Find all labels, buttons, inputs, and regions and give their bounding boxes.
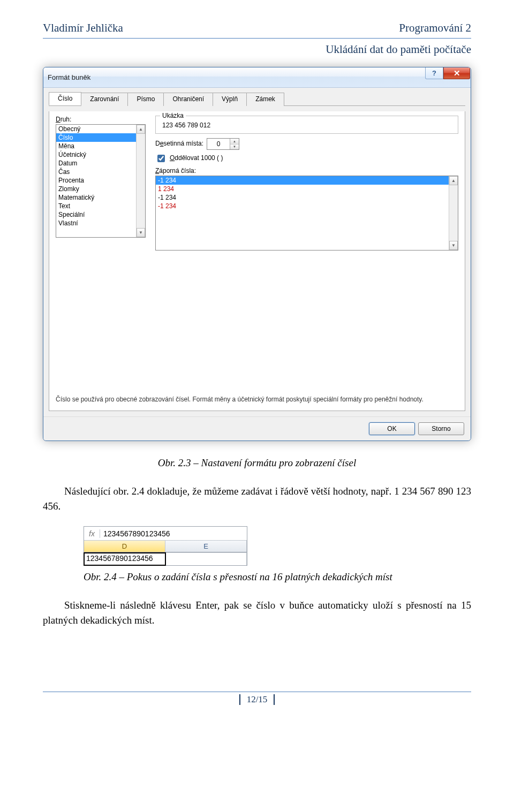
list-item[interactable]: Čas xyxy=(56,168,136,176)
decimals-label: Desetinná místa: xyxy=(155,140,203,147)
help-button[interactable]: ? xyxy=(425,67,443,79)
header-author: Vladimír Jehlička xyxy=(43,21,123,35)
list-item[interactable]: Speciální xyxy=(56,210,136,219)
list-item[interactable]: Obecný xyxy=(56,125,136,133)
list-item[interactable]: -1 234 xyxy=(156,176,449,185)
close-button[interactable]: ✕ xyxy=(443,67,470,79)
scroll-down-icon[interactable]: ▼ xyxy=(449,241,458,250)
column-header-e[interactable]: E xyxy=(165,541,247,552)
list-item[interactable]: Datum xyxy=(56,159,136,168)
cell-e1[interactable] xyxy=(165,553,247,565)
list-item[interactable]: Text xyxy=(56,202,136,210)
sample-value: 123 456 789 012 xyxy=(160,122,453,129)
list-item[interactable]: Číslo xyxy=(56,133,136,142)
column-headers: DE xyxy=(84,541,247,552)
list-item[interactable]: Účetnický xyxy=(56,150,136,159)
sample-legend: Ukázka xyxy=(160,112,186,119)
spin-down-icon[interactable]: ▼ xyxy=(230,145,239,150)
page-number: 12/15 xyxy=(43,694,471,705)
dialog-description: Číslo se používá pro obecné zobrazování … xyxy=(56,395,458,404)
thousands-separator-checkbox[interactable] xyxy=(157,155,165,162)
figure-caption-2-4: Obr. 2.4 – Pokus o zadání čísla s přesno… xyxy=(43,571,471,583)
tab-písmo[interactable]: Písmo xyxy=(127,93,164,106)
scroll-up-icon[interactable]: ▲ xyxy=(137,125,145,134)
list-item[interactable]: Zlomky xyxy=(56,185,136,193)
scroll-down-icon[interactable]: ▼ xyxy=(137,228,145,237)
tab-zarovnání[interactable]: Zarovnání xyxy=(81,93,128,106)
tab-zámek[interactable]: Zámek xyxy=(246,93,284,106)
list-item[interactable]: 1 234 xyxy=(156,185,449,193)
type-label: Druh: xyxy=(56,116,146,123)
list-item[interactable]: Matematický xyxy=(56,193,136,202)
list-item[interactable]: Vlastní xyxy=(56,219,136,227)
figure-caption-2-3: Obr. 2.3 – Nastavení formátu pro zobraze… xyxy=(43,457,471,469)
list-item[interactable]: Procenta xyxy=(56,176,136,185)
formula-bar-value[interactable]: 1234567890123456 xyxy=(100,529,170,538)
header-rule xyxy=(43,38,471,39)
tab-výplň[interactable]: Výplň xyxy=(213,93,247,106)
tab-číslo[interactable]: Číslo xyxy=(49,92,81,105)
tab-ohraničení[interactable]: Ohraničení xyxy=(163,93,213,106)
decimals-input[interactable] xyxy=(207,139,230,149)
tab-number-panel: Druh: ObecnýČísloMěnaÚčetnickýDatumČasPr… xyxy=(49,111,465,411)
sample-group: Ukázka 123 456 789 012 xyxy=(155,116,458,134)
ok-button[interactable]: OK xyxy=(369,422,415,435)
list-item[interactable]: -1 234 xyxy=(156,193,449,202)
scroll-up-icon[interactable]: ▲ xyxy=(449,176,458,185)
excel-snippet: fx 1234567890123456 DE 1234567890123456 xyxy=(84,526,247,566)
neg-scrollbar[interactable]: ▲ ▼ xyxy=(449,176,458,250)
header-course: Programování 2 xyxy=(399,21,471,35)
tabs: ČísloZarovnáníPísmoOhraničeníVýplňZámek xyxy=(49,92,465,106)
spin-up-icon[interactable]: ▲ xyxy=(230,139,239,145)
type-listbox[interactable]: ObecnýČísloMěnaÚčetnickýDatumČasProcenta… xyxy=(56,124,146,238)
dialog-titlebar: Formát buněk ? ✕ xyxy=(43,67,471,88)
page-footer: 12/15 xyxy=(43,692,471,705)
dialog-footer: OK Storno xyxy=(43,416,471,441)
cells-row: 1234567890123456 xyxy=(84,552,247,565)
format-cells-dialog: Formát buněk ? ✕ ČísloZarovnáníPísmoOhra… xyxy=(43,67,471,441)
dialog-title: Formát buněk xyxy=(48,73,90,81)
negative-label: Záporná čísla: xyxy=(155,167,458,174)
footer-rule xyxy=(43,692,471,692)
list-item[interactable]: -1 234 xyxy=(156,202,449,210)
header-subtitle: Ukládání dat do paměti počítače xyxy=(43,43,471,56)
decimals-spinner[interactable]: ▲ ▼ xyxy=(207,138,239,150)
thousands-separator-label: Oddělovat 1000 ( ) xyxy=(170,154,223,162)
listbox-scrollbar[interactable]: ▲ ▼ xyxy=(136,125,145,237)
paragraph-2: Stiskneme-li následně klávesu Enter, pak… xyxy=(43,598,471,627)
cell-d1[interactable]: 1234567890123456 xyxy=(84,553,165,565)
paragraph-1: Následující obr. 2.4 dokladuje, že můžem… xyxy=(43,484,471,513)
fx-icon[interactable]: fx xyxy=(84,529,100,538)
column-header-d[interactable]: D xyxy=(84,541,165,552)
list-item[interactable]: Měna xyxy=(56,142,136,150)
negative-listbox[interactable]: -1 2341 234-1 234-1 234 ▲ ▼ xyxy=(155,176,458,251)
cancel-button[interactable]: Storno xyxy=(418,422,464,435)
